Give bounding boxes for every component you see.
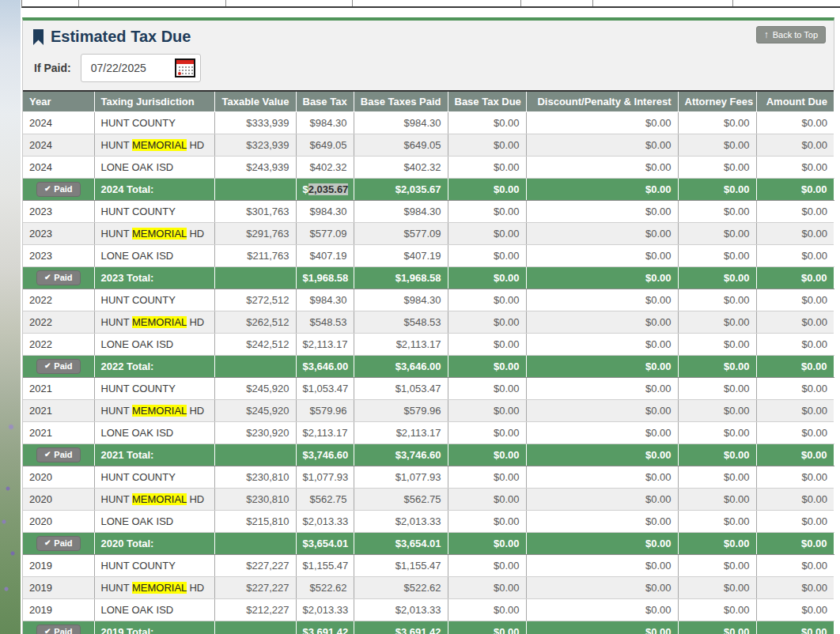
cell-base-tax: $2,035.67 (296, 178, 354, 200)
if-paid-date-input[interactable] (83, 62, 172, 74)
cell-total-label: 2020 Total: (94, 532, 214, 554)
cell-year: 2023 (23, 244, 94, 266)
cell-base-tax: $1,053.47 (296, 377, 354, 399)
panel-title: Estimated Tax Due (51, 28, 191, 46)
cell-base-taxes-paid: $2,113.17 (354, 421, 448, 443)
cell-paid-status: ✔Paid (23, 266, 94, 289)
cell-base-tax-due: $0.00 (448, 111, 526, 134)
cell-base-tax-due: $0.00 (448, 598, 526, 621)
cell-discount-penalty-interest: $0.00 (526, 598, 678, 621)
cell-year: 2022 (23, 289, 94, 311)
cell-base-tax: $562.75 (296, 488, 354, 510)
cell-base-taxes-paid: $3,691.42 (354, 621, 448, 634)
search-highlight: MEMORIAL (132, 582, 187, 594)
back-to-top-button[interactable]: ↑ Back to Top (756, 26, 826, 43)
cell-base-tax-due: $0.00 (448, 532, 526, 554)
cell-amount-due: $0.00 (756, 488, 834, 510)
cell-attorney-fees: $0.00 (678, 311, 756, 333)
cell-taxable-value: $230,810 (214, 466, 296, 488)
year-total-row: ✔Paid2023 Total:$1,968.58$1,968.58$0.00$… (23, 266, 834, 289)
cell-amount-due: $0.00 (756, 156, 834, 178)
cell-taxable-value (214, 178, 296, 200)
cell-base-tax: $407.19 (296, 244, 354, 266)
background-photo-strip (0, 0, 21, 634)
cell-attorney-fees: $0.00 (678, 156, 756, 178)
cell-discount-penalty-interest: $0.00 (526, 421, 678, 443)
bookmark-icon (32, 29, 44, 45)
table-row: 2019LONE OAK ISD$212,227$2,013.33$2,013.… (23, 598, 834, 621)
cell-base-tax: $984.30 (296, 111, 354, 134)
cell-taxable-value: $272,512 (214, 289, 296, 311)
cell-year: 2019 (23, 554, 94, 576)
cell-taxable-value: $212,227 (214, 598, 296, 621)
cell-base-taxes-paid: $548.53 (354, 311, 448, 333)
cell-base-taxes-paid: $1,155.47 (354, 554, 448, 576)
panel-header: Estimated Tax Due ↑ Back to Top (23, 21, 834, 46)
cell-jurisdiction: HUNT COUNTY (94, 554, 214, 576)
cell-attorney-fees: $0.00 (678, 377, 756, 399)
search-highlight: MEMORIAL (132, 405, 187, 417)
cell-discount-penalty-interest: $0.00 (526, 532, 678, 554)
cell-base-tax-due: $0.00 (448, 222, 526, 244)
cell-base-tax-due: $0.00 (448, 576, 526, 598)
cell-base-taxes-paid: $2,113.17 (354, 333, 448, 355)
cell-jurisdiction: HUNT COUNTY (94, 466, 214, 488)
cell-year: 2019 (23, 576, 94, 598)
cell-paid-status: ✔Paid (23, 532, 94, 554)
cell-base-taxes-paid: $3,646.00 (354, 355, 448, 377)
year-total-row: ✔Paid2019 Total:$3,691.42$3,691.42$0.00$… (23, 621, 834, 634)
cell-year: 2022 (23, 311, 94, 333)
cell-taxable-value: $227,227 (214, 576, 296, 598)
cell-base-tax: $1,077.93 (296, 466, 354, 488)
cell-paid-status: ✔Paid (23, 355, 94, 377)
table-row: 2023LONE OAK ISD$211,763$407.19$407.19$0… (23, 244, 834, 266)
cell-taxable-value: $245,920 (214, 377, 296, 399)
tax-table-body: 2024HUNT COUNTY$333,939$984.30$984.30$0.… (23, 111, 834, 634)
search-highlight: MEMORIAL (132, 493, 187, 505)
estimated-tax-table: YearTaxing JurisdictionTaxable ValueBase… (23, 90, 834, 634)
cell-discount-penalty-interest: $0.00 (526, 156, 678, 178)
cell-taxable-value: $211,763 (214, 244, 296, 266)
column-header-taxable-value: Taxable Value (214, 91, 296, 111)
cell-taxable-value (214, 443, 296, 466)
cell-base-taxes-paid: $577.09 (354, 222, 448, 244)
cell-amount-due: $0.00 (756, 399, 834, 421)
cell-base-taxes-paid: $984.30 (354, 289, 448, 311)
cell-jurisdiction: HUNT MEMORIAL HD (94, 399, 214, 421)
cell-base-tax-due: $0.00 (448, 377, 526, 399)
cell-base-tax: $2,013.33 (296, 510, 354, 532)
cell-taxable-value: $230,920 (214, 421, 296, 443)
cell-attorney-fees: $0.00 (678, 222, 756, 244)
cell-attorney-fees: $0.00 (678, 134, 756, 156)
cell-attorney-fees: $0.00 (678, 266, 756, 289)
table-divider (352, 0, 353, 6)
cell-year: 2020 (23, 466, 94, 488)
paid-status-badge: ✔Paid (36, 447, 81, 462)
cell-base-tax-due: $0.00 (448, 510, 526, 532)
cell-amount-due: $0.00 (756, 355, 834, 377)
previous-table-edge (21, 0, 840, 8)
paid-status-badge: ✔Paid (36, 270, 81, 285)
table-row: 2024LONE OAK ISD$243,939$402.32$402.32$0… (23, 156, 834, 178)
check-icon: ✔ (44, 185, 51, 193)
cell-base-tax: $3,691.42 (296, 621, 354, 634)
cell-base-tax-due: $0.00 (448, 355, 526, 377)
cell-amount-due: $0.00 (756, 244, 834, 266)
cell-taxable-value: $227,227 (214, 554, 296, 576)
cell-attorney-fees: $0.00 (678, 421, 756, 443)
calendar-picker-button[interactable] (172, 56, 199, 80)
cell-base-tax-due: $0.00 (448, 554, 526, 576)
check-icon: ✔ (44, 539, 51, 547)
cell-discount-penalty-interest: $0.00 (526, 377, 678, 399)
cell-discount-penalty-interest: $0.00 (526, 333, 678, 355)
cell-year: 2023 (23, 222, 94, 244)
table-row: 2020HUNT MEMORIAL HD$230,810$562.75$562.… (23, 488, 834, 510)
table-row: 2019HUNT COUNTY$227,227$1,155.47$1,155.4… (23, 554, 834, 576)
column-header-attorney-fees: Attorney Fees (678, 91, 756, 111)
cell-taxable-value: $301,763 (214, 200, 296, 222)
cell-base-tax-due: $0.00 (448, 244, 526, 266)
column-header-amount-due: Amount Due (756, 91, 834, 111)
cell-jurisdiction: LONE OAK ISD (94, 156, 214, 178)
cell-base-tax: $3,746.60 (296, 443, 354, 466)
paid-status-badge: ✔Paid (36, 625, 81, 634)
